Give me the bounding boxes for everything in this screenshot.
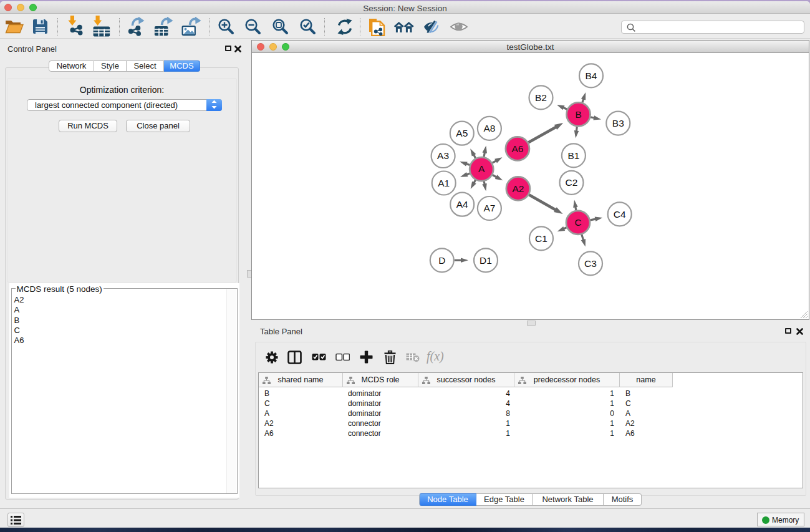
svg-text:B1: B1 bbox=[567, 150, 579, 161]
svg-text:D: D bbox=[438, 255, 445, 266]
svg-text:A4: A4 bbox=[456, 199, 468, 210]
svg-text:A8: A8 bbox=[483, 123, 495, 133]
svg-text:A3: A3 bbox=[437, 150, 449, 161]
svg-text:A1: A1 bbox=[438, 178, 450, 188]
svg-text:A: A bbox=[478, 163, 485, 174]
svg-text:A6: A6 bbox=[511, 143, 523, 154]
svg-text:B: B bbox=[575, 109, 581, 120]
svg-text:D1: D1 bbox=[480, 255, 492, 266]
svg-text:A5: A5 bbox=[456, 128, 468, 138]
svg-text:C4: C4 bbox=[614, 209, 626, 220]
svg-text:B3: B3 bbox=[612, 118, 624, 128]
svg-text:C: C bbox=[574, 217, 581, 228]
svg-text:C1: C1 bbox=[535, 233, 547, 244]
svg-text:A2: A2 bbox=[512, 183, 524, 194]
svg-text:B4: B4 bbox=[586, 70, 597, 81]
svg-text:B2: B2 bbox=[535, 92, 547, 103]
svg-text:A7: A7 bbox=[483, 203, 495, 213]
svg-text:C2: C2 bbox=[566, 177, 578, 188]
svg-text:C3: C3 bbox=[584, 258, 597, 269]
